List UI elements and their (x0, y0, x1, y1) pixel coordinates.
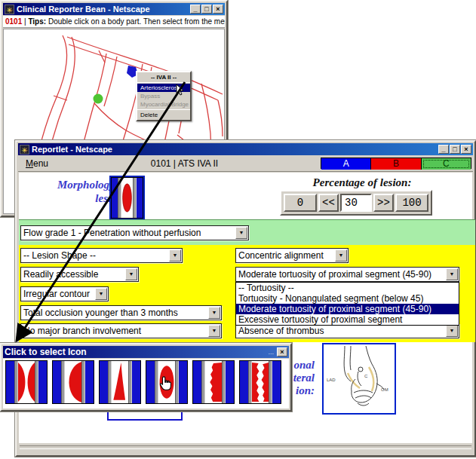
tortuosity-option-selected[interactable]: Moderate tortuosity of proximal segment … (236, 304, 459, 314)
context-menu-header: -- IVA II -- (137, 73, 190, 81)
lesion-icon-irregular-eccentric[interactable] (192, 360, 235, 404)
reportlet-menubar: Menu 0101 | ATS IVA II A B C (18, 155, 473, 172)
netscape-icon: ✳ (5, 5, 14, 14)
lesion-icon-tapered-wedge[interactable] (99, 360, 141, 404)
percentage-increment-button[interactable]: >> (373, 194, 394, 212)
dropdown-arrow-icon[interactable]: ▼ (125, 268, 137, 280)
label-om: OM (381, 387, 388, 392)
popup-title: Click to select Icon (5, 347, 268, 357)
minimize-button[interactable]: _ (438, 145, 449, 154)
heart-sketch: LAD C OM (324, 344, 395, 413)
zone-c-button[interactable]: C (422, 158, 471, 170)
menu-mnemonic: M (26, 158, 33, 169)
lesion-shape-value: -- Lesion Shape -- (21, 250, 169, 261)
contour-select[interactable]: Irregular contour ▼ (20, 286, 109, 301)
menu-separator (137, 82, 190, 83)
occlusion-select[interactable]: Total occlusion younger than 3 months ▼ (20, 305, 222, 320)
window1-title: Clinical Reporter Bean - Netscape (17, 5, 190, 14)
tortuosity-option[interactable]: Tortuosity - Nonangulated segment (below… (236, 293, 459, 304)
lesion-icon-eccentric-convex[interactable] (52, 360, 94, 404)
dropdown-arrow-icon[interactable]: ▼ (208, 325, 220, 337)
tips-code: 0101 (5, 17, 22, 26)
occlusion-value: Total occlusion younger than 3 months (21, 308, 208, 318)
lesion-icon-irregular-bilateral[interactable] (239, 360, 281, 404)
lesion-icon-oval-blob[interactable] (146, 360, 188, 404)
dropdown-arrow-icon[interactable]: ▼ (169, 249, 181, 262)
tortuosity-option[interactable]: Excessive tortuosity of proximal segment (236, 314, 459, 325)
thrombus-select[interactable]: Absence of thrombus ▼ (235, 323, 459, 338)
alignment-select[interactable]: Concentric alignment ▼ (235, 248, 349, 263)
netscape-icon: ✳ (20, 145, 29, 155)
label-c: C (364, 374, 368, 378)
alignment-value: Concentric alignment (236, 250, 335, 261)
menu-item-myocardial-bridge: Myocardial Bridge (137, 100, 190, 109)
dropdown-arrow-icon[interactable]: ▼ (446, 268, 458, 280)
context-menu: -- IVA II -- Arteriosclerosis Bypass Myo… (136, 71, 192, 121)
popup-titlebar[interactable]: Click to select Icon ... × (3, 346, 289, 358)
green-marker[interactable] (94, 94, 103, 104)
icon-picker-popup: Click to select Icon ... × (0, 343, 292, 412)
flow-grade-select[interactable]: Flow grade 1 - Penetration without perfu… (20, 225, 249, 240)
window1-titlebar[interactable]: ✳ Clinical Reporter Bean - Netscape _ □ … (3, 3, 225, 15)
window2-title: Reportlet - Netscape (32, 145, 438, 154)
menu-separator (137, 109, 190, 110)
thrombus-value: Absence of thrombus (236, 326, 446, 336)
tortuosity-select[interactable]: Moderate tortuosity of proximal segment … (235, 267, 459, 282)
dropdown-arrow-icon[interactable]: ▼ (235, 227, 247, 239)
percentage-max-button[interactable]: 100 (395, 194, 428, 212)
dropdown-arrow-icon[interactable]: ▼ (446, 325, 458, 337)
hand-cursor-icon (157, 375, 174, 393)
menu-item-delete[interactable]: Delete (137, 111, 190, 119)
maximize-button[interactable]: □ (450, 145, 460, 154)
percentage-decrement-button[interactable]: << (318, 194, 339, 212)
tortuosity-option[interactable]: -- Tortuosity -- (236, 283, 459, 293)
menu-label-rest: enu (33, 158, 48, 169)
label-lad: LAD (327, 378, 336, 382)
lesion-shape-select[interactable]: -- Lesion Shape -- ▼ (20, 248, 183, 263)
icon-row (3, 359, 289, 409)
oval-lesion-shape (121, 178, 133, 218)
tips-text: Double click on a body part. Then select… (46, 17, 225, 26)
flow-grade-value: Flow grade 1 - Penetration without perfu… (21, 228, 235, 238)
morphology-lesion-icon[interactable] (109, 176, 145, 220)
percentage-min-button[interactable]: 0 (284, 194, 317, 212)
desktop: ✳ Clinical Reporter Bean - Netscape _ □ … (0, 0, 476, 459)
percentage-controls: 0 << >> 100 (280, 190, 432, 216)
dropdown-arrow-icon[interactable]: ▼ (95, 288, 107, 300)
branch-involvement-select[interactable]: No major branch involvement ▼ (20, 323, 222, 338)
close-button[interactable]: × (213, 5, 223, 14)
arrow-cursor-icon (176, 84, 184, 96)
tips-bar: 0101 | Tips: Double click on a body part… (3, 16, 225, 28)
header-code: 0101 | ATS IVA II (48, 158, 321, 169)
status-bar (20, 445, 471, 449)
tortuosity-value: Moderate tortuosity of proximal segment … (236, 269, 446, 280)
popup-close-button[interactable]: × (277, 347, 287, 356)
percentage-input[interactable] (340, 194, 372, 212)
zone-button-bar: A B C (321, 158, 471, 169)
window2-titlebar[interactable]: ✳ Reportlet - Netscape _ □ × (18, 143, 473, 155)
titlebar-dots: ... (268, 348, 274, 356)
zone-a-button[interactable]: A (321, 158, 371, 170)
tortuosity-option-list: -- Tortuosity -- Tortuosity - Nonangulat… (235, 282, 459, 326)
zone-b-button[interactable]: B (371, 158, 421, 170)
dropdown-arrow-icon[interactable]: ▼ (208, 307, 220, 319)
accessibility-select[interactable]: Readily accessible ▼ (20, 267, 139, 282)
close-button[interactable]: × (461, 145, 471, 154)
branch-involvement-value: No major branch involvement (21, 326, 208, 336)
tips-label: Tips: (28, 17, 46, 26)
anatomy-image: LAD C OM (322, 343, 396, 415)
accessibility-value: Readily accessible (21, 269, 125, 280)
minimize-button[interactable]: _ (190, 5, 201, 14)
percentage-label: Percentage of lesion: (282, 176, 442, 189)
maximize-button[interactable]: □ (201, 5, 212, 14)
menu-button[interactable]: Menu (26, 158, 48, 169)
dropdown-arrow-icon[interactable]: ▼ (335, 249, 347, 262)
lesion-icon-concentric-hourglass[interactable] (5, 360, 48, 404)
contour-value: Irregular contour (21, 289, 95, 299)
